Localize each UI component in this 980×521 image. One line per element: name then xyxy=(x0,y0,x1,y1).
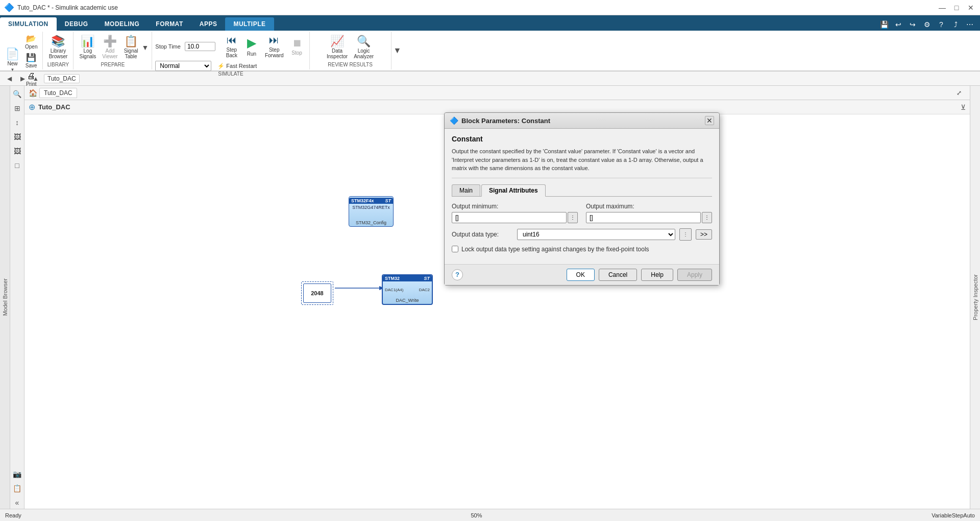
tab-format[interactable]: FORMAT xyxy=(148,17,191,31)
tab-debug[interactable]: DEBUG xyxy=(57,17,96,31)
canvas-home-btn[interactable]: ⊕ xyxy=(29,102,35,112)
add-viewer-button[interactable]: ➕ AddViewer xyxy=(100,34,120,61)
titlebar: 🔷 Tuto_DAC * - Simulink academic use — □… xyxy=(0,0,980,15)
new-button[interactable]: 📄 New ▼ xyxy=(3,47,22,74)
help-button[interactable]: Help xyxy=(641,269,673,281)
solver-info: VariableStepAuto xyxy=(932,512,975,518)
library-group-content: 📚 LibraryBrowser xyxy=(46,33,70,62)
tab-simulation[interactable]: SIMULATION xyxy=(0,17,57,31)
signal-table-button[interactable]: 📋 SignalTable xyxy=(121,34,141,61)
ribbon-tabs: SIMULATION DEBUG MODELING FORMAT APPS MU… xyxy=(0,15,980,31)
fit-tool[interactable]: ⊞ xyxy=(11,102,23,114)
step-forward-button[interactable]: ⏭ StepForward xyxy=(262,33,286,60)
save-button[interactable]: 💾 Save xyxy=(23,52,39,69)
sim-buttons: ⏮ StepBack ▶ Run ⏭ StepForward ⏹ Stop xyxy=(223,33,306,60)
model-browser-label: Model Browser xyxy=(2,278,8,316)
dialog-close-button[interactable]: ✕ xyxy=(705,116,714,125)
save-quick-btn[interactable]: 💾 xyxy=(878,18,890,31)
dialog-tab-signal-attributes[interactable]: Signal Attributes xyxy=(481,184,546,197)
dac-logo: ST xyxy=(424,276,430,281)
box-tool[interactable]: □ xyxy=(11,159,23,172)
zoom-tool[interactable]: 🔍 xyxy=(11,88,23,100)
apply-button[interactable]: Apply xyxy=(677,269,712,281)
help-btn[interactable]: ? xyxy=(935,18,947,31)
camera-tool[interactable]: 📷 xyxy=(11,468,23,480)
collapse-tool[interactable]: « xyxy=(11,496,23,509)
output-datatype-row: Output data type: uint16 double single i… xyxy=(452,228,712,241)
share-btn[interactable]: ⤴ xyxy=(949,18,962,31)
data-inspector-button[interactable]: 📈 DataInspector xyxy=(324,34,350,61)
simulation-mode-select[interactable]: Normal Accelerator Rapid Accelerator xyxy=(155,61,211,71)
block-params-dialog: 🔷 Block Parameters: Constant ✕ Constant … xyxy=(444,112,720,286)
data-inspector-icon: 📈 xyxy=(330,36,344,47)
canvas-minimize-btn[interactable]: ⊻ xyxy=(961,103,966,111)
home-btn[interactable]: 🏠 xyxy=(29,89,37,97)
sim-controls-bottom: Normal Accelerator Rapid Accelerator ⚡ F… xyxy=(155,61,257,71)
undo-btn[interactable]: ↩ xyxy=(892,18,904,31)
cancel-button[interactable]: Cancel xyxy=(599,269,637,281)
close-button[interactable]: ✕ xyxy=(966,3,976,13)
nav-back-btn[interactable]: ◀ xyxy=(4,74,14,84)
step-forward-label: StepForward xyxy=(265,47,284,58)
library-browser-button[interactable]: 📚 LibraryBrowser xyxy=(46,34,70,61)
dac-footer: DAC_Write xyxy=(396,298,419,304)
library-group: 📚 LibraryBrowser LIBRARY xyxy=(43,32,74,69)
zoom-level: 50% xyxy=(471,512,482,518)
output-minimum-input[interactable] xyxy=(452,212,567,223)
stop-time-input[interactable] xyxy=(185,42,215,51)
settings-btn[interactable]: ⚙ xyxy=(921,18,933,31)
log-signals-icon: 📊 xyxy=(81,36,94,47)
fast-restart-button[interactable]: ⚡ Fast Restart xyxy=(217,63,257,69)
image-tool[interactable]: 🖼 xyxy=(11,145,23,157)
dialog-tabs: Main Signal Attributes xyxy=(452,184,712,197)
stop-button[interactable]: ⏹ Stop xyxy=(288,33,306,60)
prepare-expand-btn[interactable]: ▼ xyxy=(141,43,149,52)
dialog-footer-buttons: OK Cancel Help Apply xyxy=(567,269,712,281)
dac-port2: DAC2 xyxy=(419,288,430,292)
tab-modeling[interactable]: MODELING xyxy=(96,17,148,31)
titlebar-left: 🔷 Tuto_DAC * - Simulink academic use xyxy=(4,3,118,12)
review-group: 📈 DataInspector 🔍 LogicAnalyzer REVIEW R… xyxy=(310,32,391,69)
datatype-chevron-btn[interactable]: ⋮ xyxy=(679,228,692,241)
dialog-block-name: Constant xyxy=(452,135,712,143)
nav-up-btn[interactable]: ▲ xyxy=(31,74,41,84)
dialog-tab-main[interactable]: Main xyxy=(452,184,480,196)
output-maximum-dots-btn[interactable]: ⋮ xyxy=(702,212,712,223)
output-maximum-input[interactable] xyxy=(586,212,701,223)
logic-analyzer-button[interactable]: 🔍 LogicAnalyzer xyxy=(351,34,376,61)
run-button[interactable]: ▶ Run xyxy=(242,33,261,60)
redo-btn[interactable]: ↪ xyxy=(906,18,919,31)
st-logo: ST xyxy=(385,198,391,203)
dialog-help-icon[interactable]: ? xyxy=(452,269,463,280)
maximize-button[interactable]: □ xyxy=(951,3,962,13)
dialog-description: Output the constant specified by the 'Co… xyxy=(452,147,712,178)
constant-block[interactable]: 2048 xyxy=(303,283,331,303)
constant-block-selected[interactable]: 2048 xyxy=(301,281,333,305)
add-viewer-icon: ➕ xyxy=(103,36,117,47)
open-button[interactable]: 📂 Open xyxy=(23,33,39,51)
output-minimum-dots-btn[interactable]: ⋮ xyxy=(568,212,578,223)
step-back-button[interactable]: ⏮ StepBack xyxy=(223,33,241,60)
minimize-button[interactable]: — xyxy=(937,3,947,13)
stm32-config-block[interactable]: STM32F4x ST STM32G474RETx STM32_Config xyxy=(349,196,394,227)
tab-apps[interactable]: APPS xyxy=(191,17,226,31)
stop-time-label: Stop Time xyxy=(155,43,181,50)
output-maximum-label: Output maximum: xyxy=(586,203,712,210)
tab-multiple[interactable]: MULTIPLE xyxy=(225,17,274,31)
log-signals-button[interactable]: 📊 LogSignals xyxy=(77,34,99,61)
datatype-expand-btn[interactable]: >> xyxy=(696,229,712,240)
canvas-expand-btn[interactable]: ⤢ xyxy=(957,89,966,97)
expand-btn[interactable]: ⋯ xyxy=(964,18,976,31)
model-browser-panel[interactable]: Model Browser xyxy=(0,86,10,509)
dac-write-block[interactable]: STM32 ST DAC1(A4) DAC2 DAC_Write xyxy=(382,274,433,305)
ok-button[interactable]: OK xyxy=(567,269,595,281)
output-datatype-select[interactable]: uint16 double single int8 int16 int32 ui… xyxy=(517,229,675,240)
navigate-tool[interactable]: ↕ xyxy=(11,116,23,129)
lock-checkbox[interactable] xyxy=(452,246,458,252)
dialog-title-text: Block Parameters: Constant xyxy=(461,117,550,125)
nav-forward-btn[interactable]: ▶ xyxy=(17,74,28,84)
property-inspector-panel[interactable]: Property Inspector xyxy=(970,86,980,509)
ribbon-expand-btn[interactable]: ▼ xyxy=(391,32,404,69)
report-tool[interactable]: 📋 xyxy=(11,482,23,494)
screenshot-tool[interactable]: 🖼 xyxy=(11,131,23,143)
